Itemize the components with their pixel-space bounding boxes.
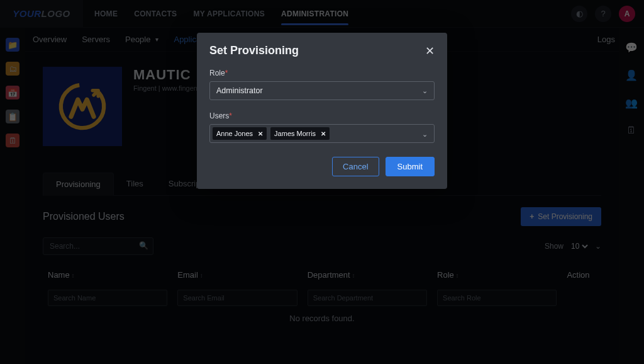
- users-label-text: Users: [209, 111, 229, 120]
- modal-header: Set Provisioning ✕: [209, 44, 435, 57]
- required-indicator: *: [229, 111, 232, 120]
- modal-close-button[interactable]: ✕: [425, 45, 435, 57]
- chip-remove-button[interactable]: ✕: [258, 130, 263, 137]
- modal-title: Set Provisioning: [209, 44, 299, 57]
- user-chip: Anne Jones ✕: [213, 127, 267, 140]
- users-multiselect[interactable]: Anne Jones ✕ James Morris ✕ ⌄: [209, 124, 435, 143]
- users-label: Users*: [209, 111, 435, 120]
- submit-button[interactable]: Submit: [386, 157, 435, 176]
- chevron-down-icon: ⌄: [422, 87, 428, 95]
- set-provisioning-modal: Set Provisioning ✕ Role* Administrator ⌄…: [197, 33, 447, 189]
- chip-label: James Morris: [274, 130, 316, 137]
- role-label: Role*: [209, 69, 435, 77]
- modal-actions: Cancel Submit: [209, 157, 435, 176]
- chip-remove-button[interactable]: ✕: [321, 130, 326, 137]
- chip-label: Anne Jones: [216, 130, 253, 137]
- chevron-down-icon: ⌄: [422, 130, 428, 139]
- role-label-text: Role: [209, 69, 225, 77]
- user-chip: James Morris ✕: [270, 127, 330, 140]
- required-indicator: *: [225, 69, 228, 77]
- role-select[interactable]: Administrator ⌄: [209, 81, 435, 100]
- cancel-button[interactable]: Cancel: [332, 157, 379, 176]
- role-value: Administrator: [216, 86, 263, 95]
- modal-overlay: Set Provisioning ✕ Role* Administrator ⌄…: [0, 0, 644, 364]
